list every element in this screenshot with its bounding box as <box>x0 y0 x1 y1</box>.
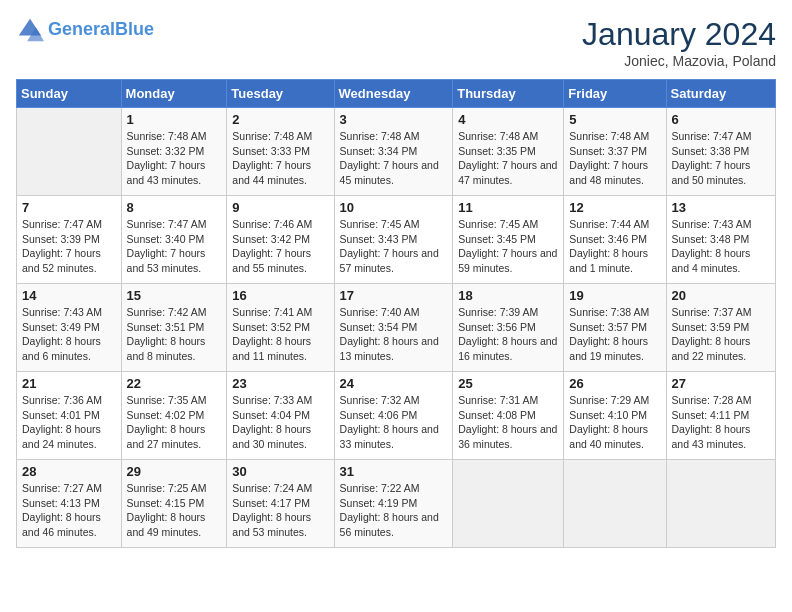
sunset-text: Sunset: 3:46 PM <box>569 233 647 245</box>
day-number: 19 <box>569 288 660 303</box>
sunrise-text: Sunrise: 7:38 AM <box>569 306 649 318</box>
calendar-cell: 8 Sunrise: 7:47 AM Sunset: 3:40 PM Dayli… <box>121 196 227 284</box>
sunset-text: Sunset: 3:45 PM <box>458 233 536 245</box>
calendar-cell: 15 Sunrise: 7:42 AM Sunset: 3:51 PM Dayl… <box>121 284 227 372</box>
daylight-text: Daylight: 7 hours and 45 minutes. <box>340 159 439 186</box>
day-info: Sunrise: 7:48 AM Sunset: 3:35 PM Dayligh… <box>458 129 558 188</box>
calendar-cell: 17 Sunrise: 7:40 AM Sunset: 3:54 PM Dayl… <box>334 284 453 372</box>
day-info: Sunrise: 7:48 AM Sunset: 3:37 PM Dayligh… <box>569 129 660 188</box>
calendar-cell: 22 Sunrise: 7:35 AM Sunset: 4:02 PM Dayl… <box>121 372 227 460</box>
sunset-text: Sunset: 3:52 PM <box>232 321 310 333</box>
day-info: Sunrise: 7:33 AM Sunset: 4:04 PM Dayligh… <box>232 393 328 452</box>
day-info: Sunrise: 7:47 AM Sunset: 3:39 PM Dayligh… <box>22 217 116 276</box>
day-number: 11 <box>458 200 558 215</box>
calendar-cell: 5 Sunrise: 7:48 AM Sunset: 3:37 PM Dayli… <box>564 108 666 196</box>
sunrise-text: Sunrise: 7:35 AM <box>127 394 207 406</box>
calendar-cell: 29 Sunrise: 7:25 AM Sunset: 4:15 PM Dayl… <box>121 460 227 548</box>
sunrise-text: Sunrise: 7:47 AM <box>22 218 102 230</box>
daylight-text: Daylight: 8 hours and 49 minutes. <box>127 511 206 538</box>
day-number: 27 <box>672 376 770 391</box>
calendar-week-row: 7 Sunrise: 7:47 AM Sunset: 3:39 PM Dayli… <box>17 196 776 284</box>
day-number: 24 <box>340 376 448 391</box>
calendar-cell <box>666 460 775 548</box>
sunset-text: Sunset: 3:43 PM <box>340 233 418 245</box>
calendar-week-row: 14 Sunrise: 7:43 AM Sunset: 3:49 PM Dayl… <box>17 284 776 372</box>
weekday-header: Monday <box>121 80 227 108</box>
calendar-cell: 31 Sunrise: 7:22 AM Sunset: 4:19 PM Dayl… <box>334 460 453 548</box>
sunrise-text: Sunrise: 7:29 AM <box>569 394 649 406</box>
sunset-text: Sunset: 4:01 PM <box>22 409 100 421</box>
title-block: January 2024 Joniec, Mazovia, Poland <box>582 16 776 69</box>
daylight-text: Daylight: 7 hours and 43 minutes. <box>127 159 206 186</box>
calendar-cell: 19 Sunrise: 7:38 AM Sunset: 3:57 PM Dayl… <box>564 284 666 372</box>
sunrise-text: Sunrise: 7:22 AM <box>340 482 420 494</box>
day-info: Sunrise: 7:37 AM Sunset: 3:59 PM Dayligh… <box>672 305 770 364</box>
month-title: January 2024 <box>582 16 776 53</box>
day-info: Sunrise: 7:29 AM Sunset: 4:10 PM Dayligh… <box>569 393 660 452</box>
day-info: Sunrise: 7:48 AM Sunset: 3:34 PM Dayligh… <box>340 129 448 188</box>
daylight-text: Daylight: 7 hours and 52 minutes. <box>22 247 101 274</box>
daylight-text: Daylight: 8 hours and 43 minutes. <box>672 423 751 450</box>
sunrise-text: Sunrise: 7:43 AM <box>672 218 752 230</box>
calendar-cell <box>564 460 666 548</box>
sunset-text: Sunset: 3:48 PM <box>672 233 750 245</box>
sunset-text: Sunset: 3:35 PM <box>458 145 536 157</box>
sunrise-text: Sunrise: 7:45 AM <box>340 218 420 230</box>
day-info: Sunrise: 7:36 AM Sunset: 4:01 PM Dayligh… <box>22 393 116 452</box>
sunset-text: Sunset: 3:51 PM <box>127 321 205 333</box>
calendar-cell: 2 Sunrise: 7:48 AM Sunset: 3:33 PM Dayli… <box>227 108 334 196</box>
calendar-cell: 13 Sunrise: 7:43 AM Sunset: 3:48 PM Dayl… <box>666 196 775 284</box>
weekday-header: Sunday <box>17 80 122 108</box>
day-info: Sunrise: 7:44 AM Sunset: 3:46 PM Dayligh… <box>569 217 660 276</box>
sunset-text: Sunset: 3:33 PM <box>232 145 310 157</box>
sunrise-text: Sunrise: 7:41 AM <box>232 306 312 318</box>
calendar-cell: 14 Sunrise: 7:43 AM Sunset: 3:49 PM Dayl… <box>17 284 122 372</box>
daylight-text: Daylight: 8 hours and 22 minutes. <box>672 335 751 362</box>
day-info: Sunrise: 7:27 AM Sunset: 4:13 PM Dayligh… <box>22 481 116 540</box>
calendar-cell: 26 Sunrise: 7:29 AM Sunset: 4:10 PM Dayl… <box>564 372 666 460</box>
sunset-text: Sunset: 3:34 PM <box>340 145 418 157</box>
calendar-cell: 16 Sunrise: 7:41 AM Sunset: 3:52 PM Dayl… <box>227 284 334 372</box>
day-info: Sunrise: 7:38 AM Sunset: 3:57 PM Dayligh… <box>569 305 660 364</box>
day-number: 21 <box>22 376 116 391</box>
location: Joniec, Mazovia, Poland <box>582 53 776 69</box>
sunset-text: Sunset: 3:54 PM <box>340 321 418 333</box>
day-number: 9 <box>232 200 328 215</box>
day-info: Sunrise: 7:35 AM Sunset: 4:02 PM Dayligh… <box>127 393 222 452</box>
daylight-text: Daylight: 8 hours and 8 minutes. <box>127 335 206 362</box>
day-number: 22 <box>127 376 222 391</box>
sunset-text: Sunset: 3:39 PM <box>22 233 100 245</box>
day-info: Sunrise: 7:48 AM Sunset: 3:33 PM Dayligh… <box>232 129 328 188</box>
day-number: 16 <box>232 288 328 303</box>
day-number: 13 <box>672 200 770 215</box>
sunrise-text: Sunrise: 7:48 AM <box>569 130 649 142</box>
daylight-text: Daylight: 8 hours and 36 minutes. <box>458 423 557 450</box>
sunset-text: Sunset: 3:32 PM <box>127 145 205 157</box>
day-info: Sunrise: 7:46 AM Sunset: 3:42 PM Dayligh… <box>232 217 328 276</box>
calendar-cell: 3 Sunrise: 7:48 AM Sunset: 3:34 PM Dayli… <box>334 108 453 196</box>
sunrise-text: Sunrise: 7:43 AM <box>22 306 102 318</box>
day-info: Sunrise: 7:41 AM Sunset: 3:52 PM Dayligh… <box>232 305 328 364</box>
day-info: Sunrise: 7:31 AM Sunset: 4:08 PM Dayligh… <box>458 393 558 452</box>
day-info: Sunrise: 7:40 AM Sunset: 3:54 PM Dayligh… <box>340 305 448 364</box>
sunrise-text: Sunrise: 7:48 AM <box>340 130 420 142</box>
calendar-cell: 10 Sunrise: 7:45 AM Sunset: 3:43 PM Dayl… <box>334 196 453 284</box>
sunset-text: Sunset: 4:17 PM <box>232 497 310 509</box>
sunset-text: Sunset: 3:40 PM <box>127 233 205 245</box>
day-number: 8 <box>127 200 222 215</box>
sunrise-text: Sunrise: 7:48 AM <box>232 130 312 142</box>
day-info: Sunrise: 7:32 AM Sunset: 4:06 PM Dayligh… <box>340 393 448 452</box>
day-number: 29 <box>127 464 222 479</box>
daylight-text: Daylight: 8 hours and 6 minutes. <box>22 335 101 362</box>
sunrise-text: Sunrise: 7:48 AM <box>458 130 538 142</box>
weekday-header: Thursday <box>453 80 564 108</box>
calendar-week-row: 1 Sunrise: 7:48 AM Sunset: 3:32 PM Dayli… <box>17 108 776 196</box>
daylight-text: Daylight: 8 hours and 11 minutes. <box>232 335 311 362</box>
page-header: GeneralBlue January 2024 Joniec, Mazovia… <box>16 16 776 69</box>
sunset-text: Sunset: 3:57 PM <box>569 321 647 333</box>
sunset-text: Sunset: 4:06 PM <box>340 409 418 421</box>
weekday-header: Saturday <box>666 80 775 108</box>
sunrise-text: Sunrise: 7:28 AM <box>672 394 752 406</box>
calendar-cell: 4 Sunrise: 7:48 AM Sunset: 3:35 PM Dayli… <box>453 108 564 196</box>
sunrise-text: Sunrise: 7:27 AM <box>22 482 102 494</box>
